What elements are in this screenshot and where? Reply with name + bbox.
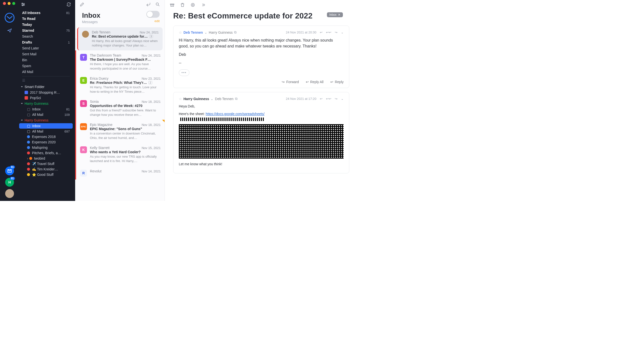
sender-name[interactable]: Deb Tennen [184,31,203,35]
show-more-button[interactable]: ••• [179,69,189,76]
target-icon[interactable] [190,3,195,7]
close-window[interactable] [3,2,6,5]
sidebar-divider [22,76,70,77]
account-avatar-2[interactable]: H 81 [5,178,14,187]
forward-button[interactable]: ↪ Forward [282,80,299,84]
sidebar-item-sent-mail[interactable]: Sent Mail [19,51,73,57]
tag-color-dot [27,146,30,149]
app-logo[interactable] [4,12,16,24]
reply-all-quick-icon[interactable]: ↩↩ [326,31,331,34]
sidebar-item-spam[interactable]: Spam [19,63,73,69]
account-avatar-1[interactable]: 81 [5,166,14,175]
sender-name[interactable]: Harry Guinness [184,97,209,101]
chevron-down-icon[interactable]: ⌄ [204,31,207,35]
avatar: R [80,170,87,176]
maximize-window[interactable] [12,2,15,5]
copy-icon[interactable]: ⧉ [234,30,236,35]
tag-item[interactable]: Expenses 2020 [19,139,73,145]
tag-item[interactable]: Pitches, Briefs, a… [19,150,73,156]
message-item[interactable]: EErica DuecyNov 23, 2021Re: Freelance Pi… [75,74,164,97]
smart-folder-item[interactable]: 2017 Shopping R… [19,90,73,95]
message-item[interactable]: RRevolutNov 14, 2021 [75,166,164,179]
account-avatar-3[interactable] [5,189,14,198]
message-item[interactable]: EPICEpic MagazineNov 18, 2021EPIC Magazi… [75,120,164,143]
sidebar-item-starred[interactable]: Starred75 [19,28,73,34]
message-item[interactable]: KKelly StarrettNov 15, 2021Who wants a Y… [75,143,164,166]
sidebar-item-search[interactable]: Search [19,34,73,39]
message-preview: In a convention center in downtown Cinci… [90,131,161,140]
reply-all-button[interactable]: ↩ Reply All [306,80,324,84]
reply-quick-icon[interactable]: ↩ [320,31,322,34]
star-icon[interactable]: ☆ [179,97,182,101]
reply-button[interactable]: ↩ Reply [330,80,344,84]
svg-point-0 [5,13,14,22]
message-sender: Sonia [90,100,99,104]
message-item[interactable]: TThe Darkroom TeamNov 24, 2021The Darkro… [75,50,164,74]
avatar [82,31,89,38]
rail-accounts: 81 H 81 [5,166,14,198]
avatar: K [80,146,87,153]
avatar: E [80,77,87,84]
expand-icon[interactable]: ⌄ [341,31,344,34]
smart-folder-section[interactable]: Smart Folder [19,84,73,90]
copy-icon[interactable]: ⧉ [235,97,238,101]
message-item[interactable]: →Deb TennenNov 24, 2021Re: Best eCommerc… [77,27,162,50]
sidebar-item-to-read[interactable]: To Read [19,16,73,22]
sidebar-item-bin[interactable]: Bin [19,57,73,63]
more-icon[interactable] [201,3,206,7]
inbox-chip[interactable]: Inbox ✕ [327,12,343,17]
tag-item[interactable]: Expenses 2018 [19,134,73,139]
tag-color-dot [27,141,30,144]
trash-icon[interactable] [180,3,185,7]
message-sender: Kelly Starrett [90,146,110,150]
account-2-header[interactable]: Harry Guinness [19,117,73,123]
compose-icon[interactable] [80,2,84,7]
list-edit-link[interactable]: edit [146,19,160,23]
message-list[interactable]: →Deb TennenNov 24, 2021Re: Best eCommerc… [75,27,164,201]
email-message-2: ☆ Harry Guinness ⌄ Deb Tennen ⧉ 24 Nov 2… [173,92,349,173]
minimize-window[interactable] [8,2,10,5]
message-item[interactable]: SSoniaNov 18, 2021Opportunities of the W… [75,97,164,120]
redacted-block [179,124,344,159]
tag-item[interactable]: ⭐️ Good Stuff [19,172,73,177]
search-icon[interactable] [155,2,160,7]
tag-item[interactable]: ✍️ Tim Kreider… [19,166,73,172]
folder-item[interactable]: ▢Inbox [19,123,73,129]
sheet-link[interactable]: https://docs.google.com/spreadsheets/ [206,112,264,116]
forward-quick-icon[interactable]: ↪ [335,31,338,34]
sync-icon[interactable] [66,2,71,7]
reply-icon[interactable] [146,2,151,7]
account-1-header[interactable]: Harry Guinness [19,101,73,106]
message-subject: The Darkroom | Survey/Feedback F… [90,58,151,62]
thread-scroll[interactable]: ☆ Deb Tennen ⌄ Harry Guinness ⧉ 24 Nov 2… [165,26,358,201]
sidebar-item-today[interactable]: Today [19,22,73,28]
list-title: Inbox [82,12,100,20]
star-icon[interactable]: ☆ [179,31,182,35]
archive-icon[interactable] [170,3,175,7]
tag-item[interactable]: ›twobird [19,156,73,161]
reply-quick-icon[interactable]: ↩ [320,97,322,101]
message-preview: As you may know, our new TRS app is offi… [90,154,161,163]
sidebar-item-all-mail[interactable]: All Mail [19,69,73,75]
sidebar-item-drafts[interactable]: Drafts1 [19,39,73,45]
forward-quick-icon[interactable]: ↪ [335,97,338,101]
tag-item[interactable]: ✈️ Travel Stuff [19,161,73,166]
folder-item[interactable]: ▢All Mail697 [19,129,73,134]
sidebar-handle-icon[interactable]: ☰ [19,78,73,82]
svg-point-4 [156,3,158,5]
folder-item[interactable]: ▢Inbox81 [19,106,73,112]
sidebar-item-send-later[interactable]: Send Later [19,45,73,51]
reply-all-quick-icon[interactable]: ↩↩ [326,97,331,101]
settings-sliders-icon[interactable] [21,2,26,7]
folder-item[interactable]: ▢All Mail109 [19,112,73,117]
expand-icon[interactable]: ⌄ [341,97,344,101]
smart-folder-icon [24,96,28,100]
list-toggle[interactable] [146,11,160,18]
tag-item[interactable]: Mailspring [19,145,73,150]
sidebar-item-all-inboxes[interactable]: All Inboxes81 [19,10,73,16]
send-icon[interactable] [7,28,12,33]
close-icon[interactable]: ✕ [338,13,340,17]
chevron-down-icon[interactable]: ⌄ [210,97,214,101]
smart-folder-item[interactable]: PopSci [19,95,73,101]
recipient-name: Deb Tennen [215,97,233,101]
